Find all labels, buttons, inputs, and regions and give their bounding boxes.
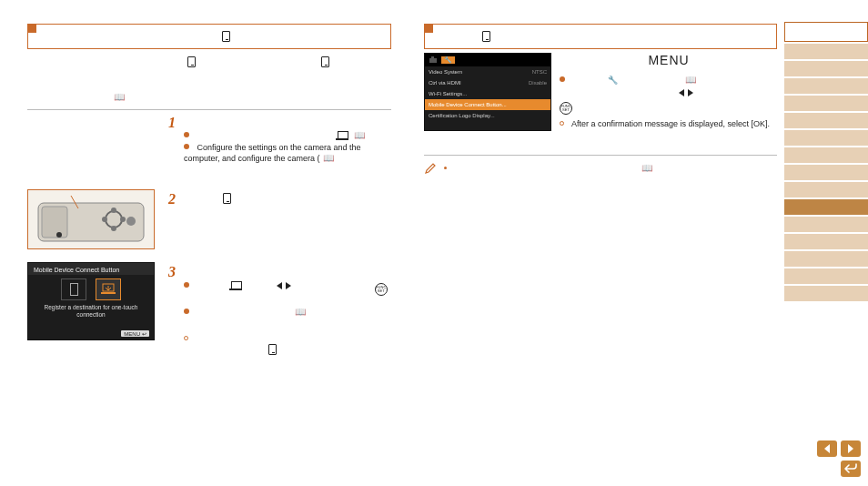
xref-icon: 📖111	[323, 153, 348, 163]
svg-rect-12	[431, 56, 434, 58]
camera-illustration	[27, 189, 155, 249]
sidebar-item[interactable]	[784, 251, 868, 267]
col2-heading-pre: Erase the	[432, 31, 478, 42]
laptop-icon	[229, 281, 242, 290]
col1-intro: Once you have assigned a computer to the…	[27, 56, 391, 79]
phone-icon	[222, 31, 230, 42]
step1-b1: Install the software on the computer ( 📖…	[184, 129, 388, 142]
sidebar-item[interactable]	[784, 268, 868, 284]
step3-b3: Next time, the camera will connect to th…	[184, 333, 393, 356]
svg-point-3	[102, 217, 107, 222]
xref-icon: 📖127	[641, 162, 665, 175]
pencil-icon	[424, 162, 437, 175]
step3-b1: Choose with the buttons and press the FU…	[184, 280, 393, 307]
sidebar-item[interactable]	[784, 234, 868, 249]
laptop-icon	[336, 131, 348, 140]
prev-button[interactable]	[817, 440, 837, 457]
step3-b2: Connect to the computer ( 📖113 ) and sen…	[184, 306, 393, 329]
next-button[interactable]	[841, 440, 861, 457]
camera-screen-menu: 🔧 Video SystemNTSC Ctrl via HDMIDisable …	[424, 53, 551, 131]
col1-heading-post: Button	[235, 31, 267, 42]
camera-tab-icon	[429, 56, 438, 64]
col2-line1: From the 🔧 tab of the menu ( 📖25 ), sele…	[560, 73, 778, 115]
xref-icon: 📖114	[114, 91, 139, 104]
sidebar-item[interactable]	[784, 22, 868, 42]
col2-heading: Erase the Button Registration	[424, 24, 777, 49]
menu-title: MENU	[560, 53, 778, 67]
menu-row-3: Mobile Device Connect Button...	[425, 99, 550, 110]
menu-row-4: Certification Logo Display...	[425, 110, 550, 121]
return-button[interactable]	[841, 461, 861, 477]
sidebar-item[interactable]	[784, 147, 868, 163]
step1-title: Prepare for the connection.	[184, 116, 294, 127]
menu-row-1: Ctrl via HDMIDisable	[425, 77, 550, 88]
bottom-nav	[817, 440, 861, 477]
phone-icon	[482, 31, 490, 42]
camscreen-desc: Register a destination for one-touch con…	[28, 304, 154, 319]
xref-icon: 📖108	[354, 129, 379, 142]
svg-point-6	[126, 217, 136, 226]
sidebar-item[interactable]	[784, 78, 868, 94]
left-arrow-icon	[679, 89, 684, 96]
svg-point-5	[111, 226, 116, 231]
sidebar-item[interactable]	[784, 286, 868, 301]
sidebar-item[interactable]	[784, 113, 868, 128]
right-column: Erase the Button Registration	[424, 24, 777, 55]
left-arrow-icon	[277, 282, 282, 289]
col1-heading: Sending Images to a Computer via the But…	[27, 24, 391, 49]
right-arrow-icon	[688, 89, 693, 96]
camera-screen-connect: Mobile Device Connect Button Register a …	[27, 262, 155, 340]
camscreen-title: Mobile Device Connect Button	[28, 263, 154, 275]
step2-num: 2	[168, 191, 176, 208]
col2-line2: After a confirmation message is displaye…	[560, 118, 778, 131]
sidebar-item[interactable]	[784, 61, 868, 76]
menu-back-label: MENU↩	[121, 330, 149, 337]
step3-title: Choose the computer.	[184, 266, 273, 276]
step1-num: 1	[168, 115, 176, 131]
step3-num: 3	[168, 264, 176, 280]
right-arrow-icon	[286, 282, 291, 289]
svg-point-8	[56, 232, 62, 238]
func-set-icon: FUNCSET	[560, 102, 572, 115]
phone-icon	[223, 193, 231, 204]
tools-tab-text-icon: 🔧	[608, 76, 618, 85]
sidebar-item[interactable]	[784, 44, 868, 59]
step2-title: Press the button.	[184, 193, 260, 205]
option-laptop	[96, 278, 121, 300]
svg-rect-7	[42, 207, 67, 238]
phone-icon	[187, 56, 196, 67]
xref-icon: 📖25	[685, 73, 706, 86]
svg-rect-11	[429, 58, 437, 63]
step1-b2: Configure the settings on the camera and…	[184, 142, 393, 164]
tools-tab-icon: 🔧	[441, 56, 455, 64]
menu-row-2: Wi-Fi Settings...	[425, 88, 550, 99]
sidebar-item[interactable]	[784, 96, 868, 111]
menu-tabs: 🔧	[425, 54, 550, 66]
left-column: Sending Images to a Computer via the But…	[27, 24, 391, 55]
menu-row-0: Video SystemNTSC	[425, 66, 550, 77]
svg-rect-10	[101, 292, 116, 294]
option-phone	[61, 278, 86, 300]
col2-instructions: MENU From the 🔧 tab of the menu ( 📖25 ),…	[560, 53, 778, 131]
sidebar	[784, 22, 868, 301]
phone-icon	[268, 344, 277, 355]
svg-point-4	[120, 217, 126, 222]
sidebar-item[interactable]	[784, 217, 868, 232]
note: Registration is also erased when Wi-Fi s…	[424, 162, 673, 175]
func-set-icon: FUNCSET	[375, 283, 388, 296]
xref-icon: 📖113	[295, 306, 320, 319]
sidebar-item[interactable]	[784, 165, 868, 180]
camera-svg	[36, 194, 146, 245]
sidebar-item[interactable]	[784, 130, 868, 146]
sidebar-item[interactable]	[784, 182, 868, 197]
col1-xref-intro: For detailed steps, see 📖114.	[27, 91, 142, 104]
col1-heading-pre: Sending Images to a Computer via the	[35, 31, 217, 42]
svg-point-2	[111, 208, 116, 213]
col2-heading-post: Button Registration	[495, 31, 589, 42]
phone-icon	[321, 56, 329, 67]
sidebar-item-active[interactable]	[784, 199, 868, 215]
